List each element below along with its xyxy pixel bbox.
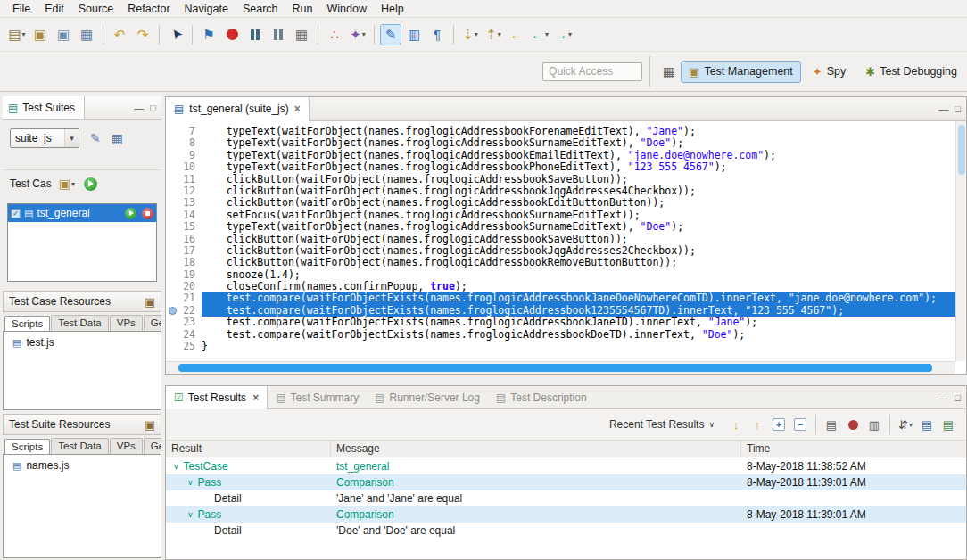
minimize-icon[interactable]: — [134,103,144,113]
menu-item-help[interactable]: Help [374,1,411,17]
new-resource-icon[interactable]: ▣ [145,418,155,432]
report-grid-icon[interactable]: ▦ [291,24,312,45]
close-icon[interactable]: × [252,391,259,404]
filter-icon[interactable]: ▥ [864,415,884,434]
code-line[interactable]: 21 test.compare(waitForObjectExists(name… [166,292,955,304]
code-line[interactable]: 7 typeText(waitForObject(names.froglogic… [166,126,955,137]
maximize-icon[interactable]: □ [955,103,961,114]
column-header-message[interactable]: Message [331,441,741,457]
new-resource-icon[interactable]: ▣ [145,295,155,309]
result-row[interactable]: ∨PassComparison8-May-2018 11:39:01 AM [166,506,966,523]
resource-tab-scripts[interactable]: Scripts [4,439,50,454]
expander-icon[interactable]: ∨ [187,510,194,519]
menu-item-navigate[interactable]: Navigate [178,1,236,17]
last-edit-icon[interactable]: ← [506,24,527,45]
open-perspective-icon[interactable]: ▦ [658,61,680,82]
code-line[interactable]: 10 typeText(waitForObject(names.froglogi… [166,161,955,173]
tab-test-summary[interactable]: ▤Test Summary [268,386,367,409]
open-suite-icon[interactable]: ▣ [53,24,74,45]
tab-runner-server-log[interactable]: ▤Runner/Server Log [367,386,488,409]
combo-arrow-icon[interactable]: ▾ [64,129,79,147]
code-line[interactable]: 12 clickButton(waitForObject(names.frogl… [166,185,955,197]
show-views-icon[interactable]: ▥ [403,24,425,45]
code-line[interactable]: 23 test.compare(waitForObjectExists(name… [166,317,955,328]
resource-tab-ge[interactable]: Ge [144,438,161,454]
save-report-icon[interactable]: ▤ [822,415,841,434]
test-suites-view-tab[interactable]: ▤ Test Suites [3,96,85,119]
horizontal-scrollbar[interactable] [166,361,955,374]
dropdown-arrow-icon[interactable]: ▾ [71,180,75,188]
code-line[interactable]: 22 test.compare(waitForObjectExists(name… [166,305,955,317]
test-case-resources-header[interactable]: Test Case Resources ▣ [3,291,161,312]
code-line[interactable]: 11 clickButton(waitForObject(names.frogl… [166,174,955,185]
code-line[interactable]: 19 snooze(1.4); [166,269,955,281]
run-test-suite-button[interactable] [84,177,97,191]
pointer-icon[interactable]: ➤ [165,24,186,45]
result-row[interactable]: ∨TestCasetst_general8-May-2018 11:38:52 … [166,458,966,474]
stop-test-button[interactable] [142,208,153,219]
expand-all-icon[interactable]: + [769,415,789,434]
minimize-icon[interactable]: — [938,103,948,114]
object-map-icon[interactable]: ∴ [324,24,345,45]
new-test-suite-icon[interactable]: ▣ [29,24,51,45]
interrupt-icon[interactable] [268,24,289,45]
save-icon[interactable]: ▦ [76,24,97,45]
resource-tab-scripts[interactable]: Scripts [4,316,50,331]
show-whitespace-icon[interactable]: ¶ [426,24,448,45]
tab-test-description[interactable]: ▤Test Description [488,386,595,409]
run-test-case-button[interactable] [125,208,136,219]
code-line[interactable]: 24 test.compare(waitForObjectExists(name… [166,329,955,341]
minimize-icon[interactable]: — [938,392,948,403]
filter-wand-icon[interactable]: ✎ [90,131,101,145]
result-row[interactable]: Detail'Jane' and 'Jane' are equal [166,490,966,506]
maximize-icon[interactable]: □ [955,392,961,403]
show-failures-icon[interactable] [843,415,863,434]
column-header-result[interactable]: Result [166,441,331,457]
perspective-test-debugging[interactable]: ✱Test Debugging [857,61,965,83]
horizontal-scrollbar-thumb[interactable] [178,364,932,372]
code-line[interactable]: 14 setFocus(waitForObject(names.froglogi… [166,210,955,221]
vertical-scrollbar[interactable] [955,121,966,361]
spy-tools-icon[interactable]: ✦▾ [347,24,368,45]
resource-tab-test-data[interactable]: Test Data [51,438,109,454]
resource-tab-ge[interactable]: Ge [144,315,161,331]
column-header-time[interactable]: Time [741,441,966,457]
recent-results-dropdown[interactable]: Recent Test Results ∨ [609,418,715,431]
code-line[interactable]: 17 clickButton(waitForObject(names.frogl… [166,245,955,257]
new-wizard-icon[interactable]: ▤▾ [6,24,28,45]
code-line[interactable]: 25} [166,341,955,352]
result-row[interactable]: ∨PassComparison8-May-2018 11:39:01 AM [166,474,966,490]
next-annotation-icon[interactable]: ⇣▾ [459,24,481,45]
menu-item-window[interactable]: Window [319,1,373,17]
menu-item-edit[interactable]: Edit [37,1,71,17]
forward-icon[interactable]: →▾ [552,24,574,45]
jump-prev-icon[interactable]: ↑ [748,415,767,434]
menu-item-run[interactable]: Run [285,1,320,17]
menu-item-refactor[interactable]: Refactor [120,1,177,17]
code-line[interactable]: 15 typeText(waitForObject(names.froglogi… [166,221,955,233]
prev-annotation-icon[interactable]: ⇡▾ [483,24,504,45]
back-icon[interactable]: ←▾ [529,24,550,45]
grid-view-icon[interactable]: ▦ [112,131,123,145]
code-lines[interactable]: 7 typeText(waitForObject(names.froglogic… [166,121,955,361]
resource-tab-test-data[interactable]: Test Data [51,315,109,331]
menu-item-search[interactable]: Search [236,1,285,17]
perspective-test-management[interactable]: ▣Test Management [681,61,801,83]
record-icon[interactable] [221,24,243,45]
maximize-icon[interactable]: □ [150,103,156,113]
test-case-row[interactable]: ✓▤tst_general [8,204,156,222]
expander-icon[interactable]: ∨ [173,462,179,471]
perspective-spy[interactable]: ✦Spy [805,61,854,83]
suite-selector[interactable]: suite_js ▾ [10,128,79,148]
pause-icon[interactable] [244,24,266,45]
checkbox-icon[interactable]: ✓ [11,209,21,218]
jump-next-icon[interactable]: ↓ [726,415,746,434]
file-item[interactable]: ▤names.js [4,455,161,472]
result-row[interactable]: Detail'Doe' and 'Doe' are equal [166,523,966,539]
file-item[interactable]: ▤test.js [4,332,161,349]
code-line[interactable]: 13 clickButton(waitForObject(names.frogl… [166,197,955,209]
resource-tab-vps[interactable]: VPs [110,438,143,454]
code-line[interactable]: 20 closeConfirm(names.confirmPopup, true… [166,281,955,292]
new-test-case-icon[interactable]: ▣ [59,177,70,191]
run-test-icon[interactable]: ⚑ [198,24,219,45]
